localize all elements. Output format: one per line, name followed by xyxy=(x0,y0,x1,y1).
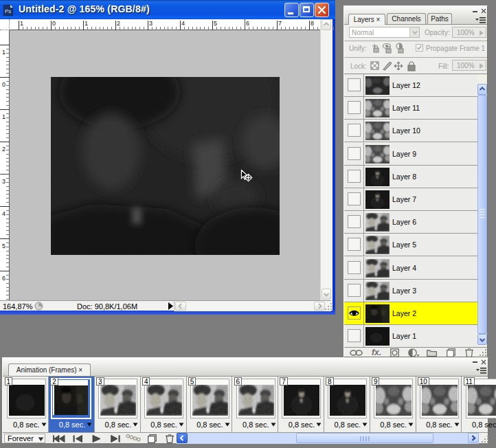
svg-text:Ps: Ps xyxy=(5,8,11,14)
